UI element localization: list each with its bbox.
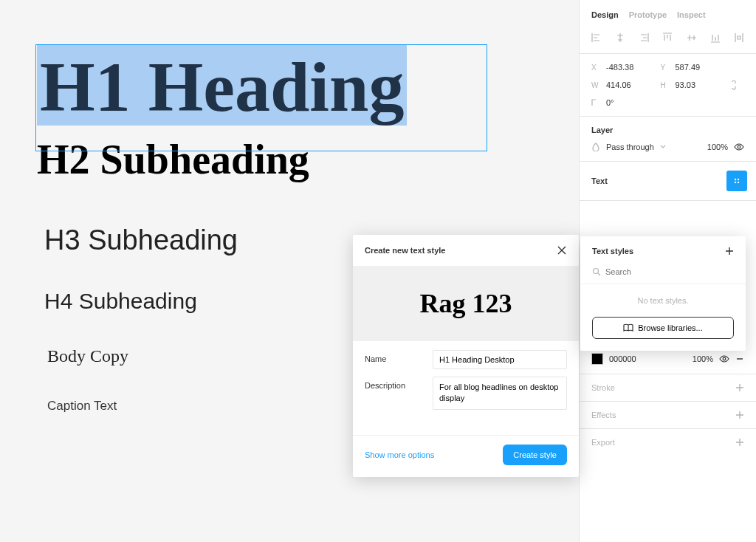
tab-inspect[interactable]: Inspect: [677, 10, 706, 19]
style-preview: Rag 123: [353, 266, 579, 341]
add-style-icon[interactable]: [725, 247, 734, 255]
svg-point-9: [723, 357, 726, 360]
align-center-h-icon[interactable]: [615, 32, 625, 43]
rotation-value[interactable]: 0°: [606, 98, 656, 107]
constrain-proportions-icon[interactable]: [729, 79, 744, 91]
text-styles-popover: Text styles No text styles. Browse libra…: [580, 236, 746, 351]
y-value[interactable]: 587.49: [676, 63, 726, 72]
book-icon: [623, 323, 633, 332]
blend-mode-icon: [591, 143, 600, 151]
x-value[interactable]: -483.38: [606, 63, 656, 72]
style-description-input[interactable]: [433, 377, 567, 410]
create-style-button[interactable]: Create style: [503, 445, 567, 465]
text-section: Text: [580, 162, 756, 201]
empty-state-text: No text styles.: [580, 284, 746, 317]
popover-title: Text styles: [592, 247, 633, 255]
layer-section: Layer Pass through 100%: [580, 117, 756, 162]
add-effect-icon[interactable]: [735, 411, 744, 419]
search-icon: [592, 267, 601, 276]
frame-section: X -483.38 Y 587.49 W 414.06 H 93.03 0°: [580, 54, 756, 117]
y-label: Y: [661, 64, 671, 72]
export-title: Export: [591, 438, 615, 447]
eye-icon[interactable]: [734, 142, 744, 152]
svg-point-2: [738, 179, 739, 180]
alignment-toolbar: [580, 28, 756, 54]
fill-swatch[interactable]: [591, 353, 603, 365]
tab-prototype[interactable]: Prototype: [629, 10, 667, 19]
layer-title: Layer: [591, 126, 744, 134]
align-left-icon[interactable]: [591, 32, 602, 43]
text-title: Text: [591, 176, 608, 185]
browse-libraries-button[interactable]: Browse libraries...: [592, 317, 734, 339]
eye-icon[interactable]: [719, 354, 729, 364]
x-label: X: [591, 64, 602, 72]
chevron-down-icon: [660, 144, 666, 150]
browse-libraries-label: Browse libraries...: [638, 323, 702, 332]
distribute-icon[interactable]: [734, 32, 744, 43]
description-label: Description: [365, 377, 424, 390]
style-name-input[interactable]: [433, 350, 567, 369]
fill-hex[interactable]: 000000: [609, 354, 636, 363]
stroke-section: Stroke: [580, 374, 756, 402]
effects-title: Effects: [591, 411, 616, 419]
export-section: Export: [580, 429, 756, 456]
align-center-v-icon[interactable]: [687, 32, 697, 43]
blend-mode-select[interactable]: Pass through: [606, 143, 654, 151]
svg-point-10: [594, 269, 599, 274]
create-style-modal: Create new text style Rag 123 Name Descr…: [353, 235, 579, 477]
inspector-tabs: Design Prototype Inspect: [580, 0, 756, 28]
style-panel-button[interactable]: [726, 171, 747, 191]
w-value[interactable]: 414.06: [606, 80, 656, 89]
layer-opacity[interactable]: 100%: [707, 143, 728, 151]
svg-point-0: [738, 145, 740, 148]
modal-title: Create new text style: [365, 246, 445, 255]
name-label: Name: [365, 350, 424, 363]
stroke-title: Stroke: [591, 383, 615, 392]
tab-design[interactable]: Design: [591, 10, 619, 19]
align-top-icon[interactable]: [662, 32, 673, 43]
svg-point-4: [738, 182, 739, 183]
h-value[interactable]: 93.03: [676, 80, 726, 89]
add-export-icon[interactable]: [735, 438, 744, 447]
close-icon[interactable]: [557, 245, 567, 255]
svg-point-3: [735, 182, 736, 183]
h2-text-layer[interactable]: H2 Subheading: [37, 136, 542, 183]
align-bottom-icon[interactable]: [710, 32, 721, 43]
h1-text-layer[interactable]: H1 Heading: [37, 44, 407, 126]
svg-point-1: [735, 179, 736, 180]
effects-section: Effects: [580, 402, 756, 429]
h-label: H: [661, 81, 671, 89]
rotation-icon: [591, 99, 602, 106]
style-search-input[interactable]: [605, 267, 734, 276]
add-stroke-icon[interactable]: [735, 383, 744, 392]
remove-fill-icon[interactable]: [735, 354, 744, 363]
w-label: W: [591, 81, 602, 89]
align-right-icon[interactable]: [639, 32, 649, 43]
show-more-options-link[interactable]: Show more options: [365, 450, 434, 459]
fill-opacity[interactable]: 100%: [693, 354, 713, 363]
